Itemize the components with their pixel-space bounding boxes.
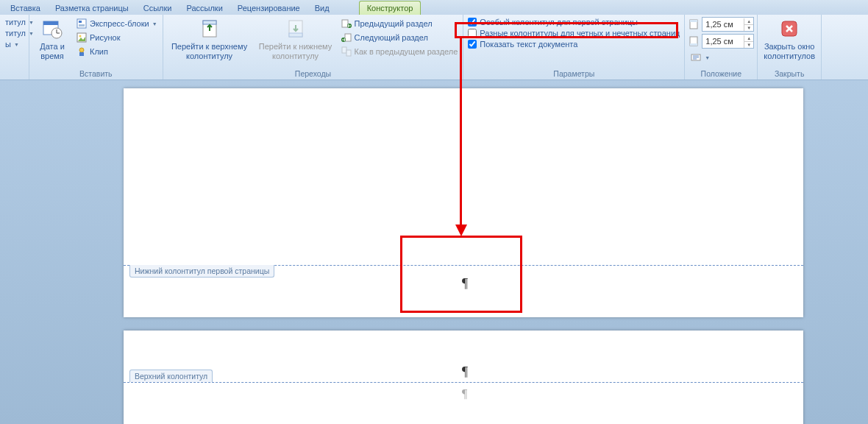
annotation-arrow-line [460,38,462,225]
tab-design[interactable]: Конструктор [359,1,421,15]
svg-rect-13 [203,21,216,24]
svg-rect-21 [346,50,351,56]
close-header-footer-button[interactable]: Закрыть окно колонтитулов [761,15,818,62]
first-page-footer-tab[interactable]: Нижний колонтитул первой страницы [129,265,274,278]
clip-button[interactable]: Клип [74,45,160,58]
group-position-label: Положение [688,69,754,79]
tab-page-layout[interactable]: Разметка страницы [48,1,136,15]
svg-rect-1 [43,21,58,25]
ribbon-tabs: Вставка Разметка страницы Ссылки Рассылк… [0,0,868,15]
annotation-arrow-head [455,225,467,236]
svg-rect-7 [79,24,85,26]
option-first-page[interactable]: Особый колонтитул для первой страницы [466,17,681,27]
prev-section-icon [341,18,352,29]
spin-down[interactable]: ▼ [744,42,753,48]
tab-icon [690,52,702,63]
group-options-label: Параметры [466,69,681,79]
svg-rect-20 [342,47,346,53]
picture-button[interactable]: Рисунок [74,31,160,44]
paragraph-mark-gray: ¶ [462,387,467,400]
next-section-button[interactable]: Следующий раздел [338,31,460,44]
group-insert-label: Вставить [32,69,160,79]
spin-up[interactable]: ▲ [744,35,753,42]
goto-header-button[interactable]: Перейти к верхнему колонтитулу [166,15,253,62]
page-2[interactable]: ¶ Верхний колонтитул ¶ [124,331,803,424]
option-show-doc-checkbox[interactable] [468,40,477,49]
goto-footer-button: Перейти к нижнему колонтитулу [255,15,337,62]
header-tab[interactable]: Верхний колонтитул [129,370,213,382]
svg-rect-16 [342,20,348,27]
tab-insert[interactable]: Вставка [3,1,48,15]
paragraph-mark: ¶ [462,276,468,292]
clip-icon [76,46,88,57]
insert-tab-button[interactable]: ▼ [688,51,754,64]
quickparts-icon [76,18,88,29]
tab-mailings[interactable]: Рассылки [179,1,230,15]
footer-position-icon [688,35,700,47]
group-close-label: Закрыть [761,69,818,79]
page-1[interactable]: Нижний колонтитул первой страницы ¶ [124,88,803,317]
svg-point-10 [79,48,84,52]
svg-rect-18 [345,34,351,41]
link-previous-button: Как в предыдущем разделе [338,45,460,58]
link-icon [341,46,352,57]
calendar-icon [40,17,64,40]
close-icon [778,17,801,40]
svg-rect-6 [79,21,82,23]
goto-footer-icon [284,17,307,40]
tab-references[interactable]: Ссылки [136,1,179,15]
spin-down[interactable]: ▼ [744,25,753,31]
quick-parts-button[interactable]: Экспресс-блоки▼ [74,17,160,30]
footer-from-bottom[interactable]: 1,25 см▲▼ [688,34,754,49]
next-section-icon [341,32,352,43]
svg-rect-25 [690,43,697,46]
svg-point-9 [79,35,82,38]
goto-header-icon [198,17,221,40]
option-odd-even-checkbox[interactable] [468,29,477,38]
tab-view[interactable]: Вид [307,1,337,15]
svg-rect-11 [79,52,84,56]
option-show-doc[interactable]: Показать текст документа [466,39,681,49]
svg-rect-5 [77,19,86,28]
spin-up[interactable]: ▲ [744,18,753,25]
ribbon: титул▼ титул▼ ы▼ Дата и время Экспресс-б… [0,15,868,80]
tab-review[interactable]: Рецензирование [230,1,307,15]
header-from-top[interactable]: 1,25 см▲▼ [688,17,754,32]
picture-icon [76,32,88,43]
paragraph-mark: ¶ [462,364,468,380]
date-time-button[interactable]: Дата и время [32,15,72,62]
prev-section-button[interactable]: Предыдущий раздел [338,17,460,30]
svg-rect-15 [289,33,302,37]
option-odd-even[interactable]: Разные колонтитулы для четных и нечетных… [466,28,681,38]
header-position-icon [688,18,700,30]
svg-rect-23 [690,20,697,22]
option-first-page-checkbox[interactable] [468,18,477,26]
group-navigation-label: Переходы [166,69,460,79]
